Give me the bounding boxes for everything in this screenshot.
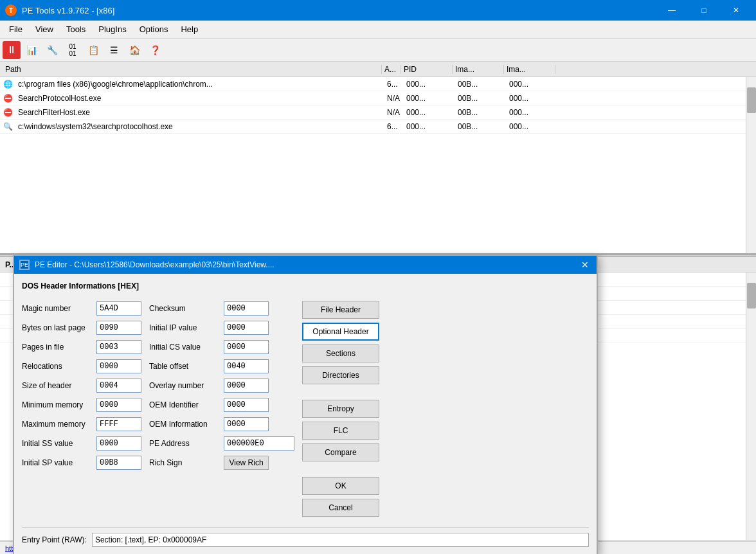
process-pid: 000... — [404, 108, 455, 117]
process-row[interactable]: ⛔ SearchProtocolHost.exe N/A 000... 00B.… — [0, 91, 756, 105]
pages-in-file-input[interactable] — [96, 340, 141, 354]
oem-info-input[interactable] — [224, 417, 269, 431]
toolbar-btn-6[interactable]: ☰ — [104, 41, 123, 59]
toolbar-btn-8[interactable]: ❓ — [145, 41, 165, 59]
process-ima1: 00B... — [455, 108, 507, 117]
col-ima2: Ima... — [504, 65, 555, 74]
sections-button[interactable]: Sections — [302, 344, 379, 362]
toolbar-btn-3[interactable]: 🔧 — [42, 41, 62, 59]
window-controls: — □ ✕ — [657, 0, 751, 21]
maximize-button[interactable]: □ — [689, 0, 719, 21]
directories-button[interactable]: Directories — [302, 366, 379, 384]
buttons-panel: File Header Optional Header Sections Dir… — [302, 301, 379, 517]
error-icon: ⛔ — [3, 93, 13, 103]
toolbar-btn-4[interactable]: 0101 — [63, 41, 82, 59]
cancel-button[interactable]: Cancel — [302, 499, 379, 517]
process-path: c:\windows\system32\searchprotocolhost.e… — [15, 122, 384, 131]
field-initial-ss: Initial SS value — [22, 436, 141, 451]
size-header-input[interactable] — [96, 379, 141, 393]
second-panel-scrollbar[interactable] — [746, 273, 756, 554]
search-icon: 🔍 — [3, 121, 13, 132]
compare-button[interactable]: Compare — [302, 443, 379, 461]
initial-cs-input[interactable] — [224, 340, 269, 354]
field-label: Magic number — [22, 304, 93, 313]
col-pid: PID — [401, 65, 453, 74]
dialog-close-button[interactable]: ✕ — [579, 258, 591, 271]
app-title: PE Tools v1.9.762 - [x86] — [22, 6, 652, 15]
col-path: Path — [3, 65, 382, 74]
process-ima2: 000... — [507, 122, 558, 131]
fields-left: Magic number Bytes on last page Pages in… — [22, 301, 141, 517]
flc-button[interactable]: FLC — [302, 422, 379, 440]
field-magic-number: Magic number — [22, 301, 141, 316]
toolbar-btn-7[interactable]: 🏠 — [125, 41, 144, 59]
spacer — [302, 388, 379, 396]
process-path: SearchProtocolHost.exe — [15, 94, 384, 103]
field-max-memory: Maximum memory — [22, 416, 141, 432]
toolbar-btn-1[interactable]: ⏸ — [3, 41, 21, 59]
initial-ip-input[interactable] — [224, 321, 269, 335]
oem-id-input[interactable] — [224, 398, 269, 412]
second-scrollbar-thumb — [747, 283, 756, 308]
checksum-input[interactable] — [224, 301, 269, 316]
table-offset-input[interactable] — [224, 359, 269, 373]
main-area: Path A... PID Ima... Ima... 🌐 c:\program… — [0, 62, 756, 554]
initial-ss-input[interactable] — [96, 436, 141, 451]
initial-sp-input[interactable] — [96, 456, 141, 470]
dialog-body: Magic number Bytes on last page Pages in… — [22, 301, 589, 517]
process-list-header: Path A... PID Ima... Ima... — [0, 62, 756, 77]
menu-options[interactable]: Options — [133, 22, 175, 37]
max-memory-input[interactable] — [96, 417, 141, 431]
process-a: N/A — [384, 94, 404, 103]
process-ima2: 000... — [507, 94, 558, 103]
menu-help[interactable]: Help — [174, 22, 204, 37]
field-pages-in-file: Pages in file — [22, 339, 141, 355]
min-memory-input[interactable] — [96, 398, 141, 412]
entry-point-row: Entry Point (RAW): — [22, 527, 589, 547]
field-label: Bytes on last page — [22, 323, 93, 332]
process-ima1: 00B... — [455, 122, 507, 131]
field-label: Table offset — [149, 362, 220, 371]
field-label: PE Address — [149, 439, 220, 448]
dialog-title: PE Editor - C:\Users\12586\Downloads\exa… — [35, 260, 573, 269]
field-initial-cs: Initial CS value — [149, 339, 294, 355]
pe-editor-dialog: PE PE Editor - C:\Users\12586\Downloads\… — [13, 255, 598, 554]
minimize-button[interactable]: — — [657, 0, 687, 21]
process-row[interactable]: 🌐 c:\program files (x86)\google\chrome\a… — [0, 77, 756, 91]
entry-point-input[interactable] — [92, 533, 589, 547]
field-bytes-last-page: Bytes on last page — [22, 320, 141, 335]
col-ima1: Ima... — [453, 65, 504, 74]
menu-view[interactable]: View — [29, 22, 60, 37]
menu-plugins[interactable]: PlugIns — [92, 22, 132, 37]
process-row[interactable]: ⛔ SearchFilterHost.exe N/A 000... 00B...… — [0, 105, 756, 120]
toolbar-btn-5[interactable]: 📋 — [84, 41, 103, 59]
col-a: A... — [382, 65, 401, 74]
field-label: Maximum memory — [22, 420, 93, 429]
process-path: SearchFilterHost.exe — [15, 108, 384, 117]
close-button[interactable]: ✕ — [721, 0, 751, 21]
field-label: Pages in file — [22, 343, 93, 352]
overlay-number-input[interactable] — [224, 379, 269, 393]
magic-number-input[interactable] — [96, 301, 141, 316]
view-rich-button[interactable]: View Rich — [224, 456, 269, 470]
spacer2 — [302, 465, 379, 473]
vertical-scrollbar[interactable] — [746, 77, 756, 253]
file-header-button[interactable]: File Header — [302, 301, 379, 319]
process-ima2: 000... — [507, 108, 558, 117]
optional-header-button[interactable]: Optional Header — [302, 323, 379, 341]
title-bar: T PE Tools v1.9.762 - [x86] — □ ✕ — [0, 0, 756, 21]
process-row[interactable]: 🔍 c:\windows\system32\searchprotocolhost… — [0, 120, 756, 134]
field-label: Relocations — [22, 362, 93, 371]
toolbar: ⏸ 📊 🔧 0101 📋 ☰ 🏠 ❓ — [0, 39, 756, 62]
field-relocations: Relocations — [22, 359, 141, 374]
scrollbar-thumb — [747, 87, 756, 113]
entry-point-label: Entry Point (RAW): — [22, 535, 87, 544]
relocations-input[interactable] — [96, 359, 141, 373]
toolbar-btn-2[interactable]: 📊 — [22, 41, 41, 59]
bytes-last-page-input[interactable] — [96, 321, 141, 335]
menu-file[interactable]: File — [3, 22, 29, 37]
menu-tools[interactable]: Tools — [60, 22, 92, 37]
ok-button[interactable]: OK — [302, 477, 379, 495]
entropy-button[interactable]: Entropy — [302, 400, 379, 418]
pe-address-input[interactable] — [224, 436, 294, 451]
